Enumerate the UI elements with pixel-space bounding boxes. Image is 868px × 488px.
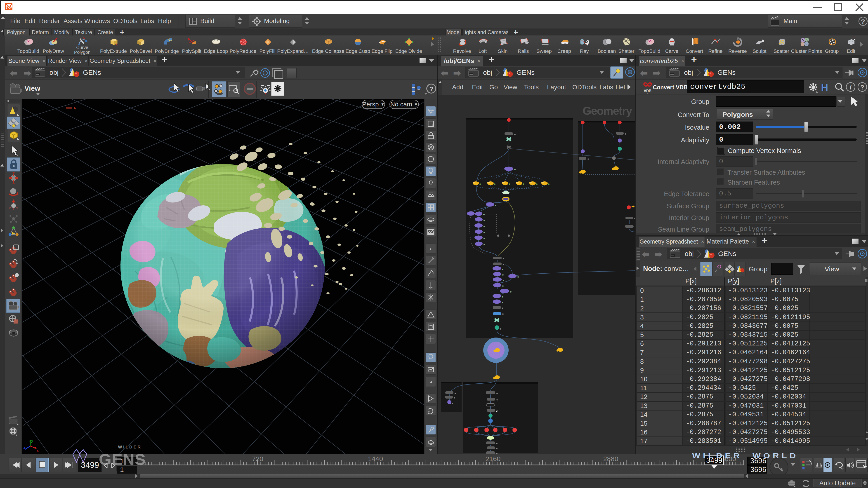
svg-text:VDB: VDB bbox=[644, 89, 651, 93]
svg-text:z: z bbox=[24, 445, 25, 449]
svg-text:x: x bbox=[37, 449, 39, 452]
svg-text:y: y bbox=[31, 438, 33, 443]
